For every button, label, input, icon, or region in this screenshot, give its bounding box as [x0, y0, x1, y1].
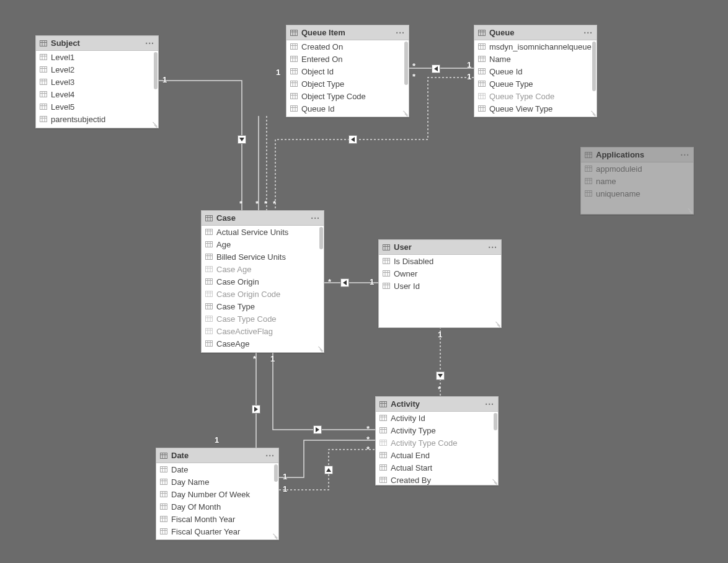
column-icon: [380, 464, 387, 471]
table-icon: [478, 29, 486, 37]
table-user[interactable]: User ··· Is Disabled Owner User Id: [378, 239, 502, 328]
field-row[interactable]: Case Origin: [202, 275, 324, 288]
svg-rect-36: [291, 56, 298, 62]
cardinality-many: *: [264, 199, 267, 208]
table-header[interactable]: Case ···: [202, 211, 324, 226]
field-row[interactable]: Is Disabled: [379, 255, 501, 267]
field-row[interactable]: Fiscal Quarter Year: [156, 525, 278, 538]
table-queue[interactable]: Queue ··· msdyn_isomnichannelqueue Name …: [474, 25, 597, 117]
table-header[interactable]: Subject ···: [36, 36, 158, 51]
field-row[interactable]: Object Type: [286, 78, 409, 90]
table-applications[interactable]: Applications ··· appmoduleid name unique…: [580, 147, 694, 215]
field-row[interactable]: Billed Service Units: [202, 250, 324, 263]
field-row[interactable]: Queue View Type: [474, 102, 597, 115]
more-icon[interactable]: ···: [584, 28, 593, 38]
field-row[interactable]: Actual End: [376, 449, 498, 461]
field-row[interactable]: Day Name: [156, 476, 278, 488]
field-row[interactable]: Activity Type: [376, 424, 498, 437]
field-row[interactable]: CaseAge: [202, 337, 324, 350]
more-icon[interactable]: ···: [265, 451, 275, 461]
field-row[interactable]: Activity Type Code: [376, 437, 498, 449]
field-row[interactable]: Actual Start: [376, 461, 498, 474]
scrollbar-thumb[interactable]: [274, 464, 278, 482]
field-row[interactable]: Age: [202, 238, 324, 250]
more-icon[interactable]: ···: [488, 242, 497, 252]
field-row[interactable]: Entered On: [286, 53, 409, 65]
field-row[interactable]: Queue Type: [474, 78, 597, 90]
table-title: User: [394, 242, 484, 252]
column-icon: [40, 66, 47, 73]
field-row[interactable]: Created By: [376, 474, 498, 485]
field-row[interactable]: Activity Id: [376, 412, 498, 424]
scrollbar-thumb[interactable]: [494, 413, 497, 430]
field-row[interactable]: Case Age: [202, 263, 324, 275]
table-case[interactable]: Case ··· Actual Service Units Age Billed…: [201, 210, 324, 353]
scrollbar-thumb[interactable]: [404, 42, 408, 85]
field-label: Queue Id: [301, 104, 335, 113]
field-row[interactable]: Queue Id: [286, 102, 409, 115]
scrollbar-thumb[interactable]: [319, 227, 323, 249]
field-label: Level2: [51, 65, 74, 74]
field-row[interactable]: CaseActiveFlag: [202, 325, 324, 337]
field-row[interactable]: Level5: [36, 100, 158, 113]
svg-rect-40: [291, 69, 298, 74]
field-row[interactable]: Name: [474, 53, 597, 65]
field-row[interactable]: Queue Type Code: [474, 90, 597, 102]
field-row[interactable]: Level2: [36, 63, 158, 76]
field-label: Activity Type Code: [391, 438, 457, 448]
field-row[interactable]: Level3: [36, 76, 158, 88]
field-row[interactable]: uniquename: [581, 187, 693, 200]
more-icon[interactable]: ···: [485, 399, 494, 409]
table-activity[interactable]: Activity ··· Activity Id Activity Type A…: [375, 396, 499, 485]
table-queue-item[interactable]: Queue Item ··· Created On Entered On Obj…: [286, 25, 409, 117]
field-row[interactable]: Day Of Month: [156, 500, 278, 513]
field-label: Level1: [51, 53, 74, 62]
field-row[interactable]: Case Type: [202, 300, 324, 313]
table-date[interactable]: Date ··· Date Day Name Day Number Of Wee…: [156, 448, 279, 540]
field-row[interactable]: Case Type Code: [202, 313, 324, 325]
more-icon[interactable]: ···: [396, 28, 405, 38]
field-row[interactable]: User Id: [379, 280, 501, 292]
table-header[interactable]: User ···: [379, 240, 501, 255]
table-header[interactable]: Queue ···: [474, 25, 597, 40]
table-header[interactable]: Date ···: [156, 448, 278, 463]
more-icon[interactable]: ···: [311, 213, 320, 223]
column-icon: [160, 478, 167, 485]
svg-rect-0: [40, 40, 47, 46]
field-row[interactable]: Queue Id: [474, 65, 597, 78]
scrollbar-thumb[interactable]: [592, 42, 596, 91]
field-row[interactable]: appmoduleid: [581, 162, 693, 175]
field-row[interactable]: Created On: [286, 40, 409, 53]
field-row[interactable]: Fiscal Month Year: [156, 513, 278, 525]
field-row[interactable]: Level4: [36, 88, 158, 100]
field-row[interactable]: Case Origin Code: [202, 288, 324, 300]
svg-rect-20: [40, 104, 47, 110]
svg-rect-60: [479, 44, 486, 50]
field-row[interactable]: Object Id: [286, 65, 409, 78]
field-row[interactable]: Level1: [36, 51, 158, 63]
table-header[interactable]: Queue Item ···: [286, 25, 409, 40]
more-icon[interactable]: ···: [145, 38, 154, 48]
table-icon: [380, 401, 387, 408]
field-row[interactable]: name: [581, 175, 693, 187]
field-row[interactable]: Day Number Of Week: [156, 488, 278, 500]
field-row[interactable]: msdyn_isomnichannelqueue: [474, 40, 597, 53]
table-header[interactable]: Applications ···: [581, 148, 693, 162]
field-row[interactable]: Actual Service Units: [202, 226, 324, 238]
field-row[interactable]: Object Type Code: [286, 90, 409, 102]
column-icon: [290, 92, 298, 100]
field-row[interactable]: Date: [156, 463, 278, 476]
svg-rect-120: [206, 279, 213, 285]
table-icon: [383, 244, 390, 251]
more-icon[interactable]: ···: [680, 150, 690, 160]
column-icon: [160, 466, 167, 473]
field-row[interactable]: Owner: [379, 267, 501, 280]
svg-rect-152: [383, 271, 390, 277]
table-subject[interactable]: Subject ··· Level1 Level2 Level3 Level4 …: [35, 35, 159, 128]
column-icon: [160, 528, 167, 535]
field-label: Billed Service Units: [216, 252, 286, 262]
column-icon: [160, 515, 167, 523]
table-header[interactable]: Activity ···: [376, 397, 498, 412]
scrollbar-thumb[interactable]: [154, 52, 158, 89]
field-row[interactable]: parentsubjectid: [36, 113, 158, 125]
